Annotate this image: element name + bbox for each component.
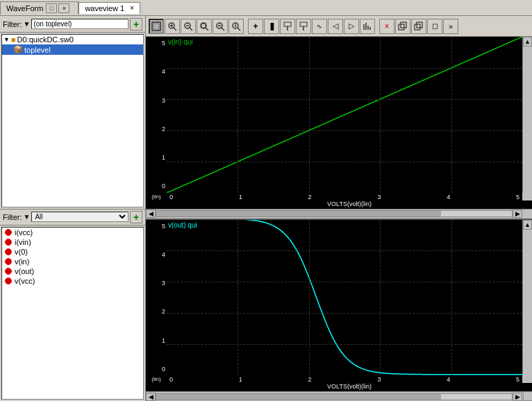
close-tab-icon[interactable]: × [130,4,134,12]
clone2-icon [414,22,424,31]
zoom-fit-all-btn[interactable] [197,19,212,34]
signal-ivcc[interactable]: i(vcc) [2,228,143,237]
svg-rect-19 [284,22,291,26]
zoom-y-btn[interactable] [228,19,244,34]
filter-top-input[interactable] [31,19,128,29]
xaxis-scroll-spacer-top [522,193,532,200]
filter-bottom-arrow[interactable]: ▼ [24,213,31,221]
vscroll-top-up[interactable]: ▲ [523,37,532,46]
vscroll-top-down[interactable]: ▼ [523,391,532,401]
hscroll-bot-thumb[interactable] [156,394,441,400]
grid-bot-h-60 [167,282,522,282]
signal-ivin[interactable]: i(vin) [2,237,143,247]
signal-label-v0: v(0) [15,248,28,256]
filter-top-arrow[interactable]: ▼ [24,20,31,28]
zoom-in-icon [167,22,177,31]
select-tool-btn[interactable] [149,19,164,34]
grid-bot-h-40 [167,313,522,314]
prev-signal-btn[interactable]: ◁ [328,19,343,34]
tree-expand-d0[interactable]: ▼ [3,36,10,43]
svg-rect-29 [415,24,420,30]
xtick-bot-5: 5 [516,376,519,383]
y-top-tick-1: 1 [147,154,165,161]
clone-btn[interactable] [395,19,410,34]
erase-btn[interactable]: ◻ [427,19,442,34]
tree-label-toplevel: toplevel [24,46,51,54]
hscroll-bottom[interactable]: ◀ ▶ [146,391,532,401]
svg-line-3 [174,28,176,31]
filter-bottom-label: Filter: [3,213,22,221]
lin-tag-bottom: (lin) [146,375,167,383]
grid-v-4 [451,37,452,193]
waveview-tab[interactable]: waveview 1 × [78,2,140,14]
svg-rect-27 [399,24,404,30]
filter-top-go-btn[interactable]: + [130,18,142,31]
marker-t2-btn[interactable] [296,19,311,34]
xtick-top-4: 4 [447,194,450,200]
signal-label-vvcc: v(vcc) [15,277,35,285]
signal-vvcc[interactable]: v(vcc) [2,276,143,286]
signal-vin[interactable]: v(in) [2,257,143,266]
svg-rect-28 [401,22,406,28]
waveform-tab[interactable]: WaveForm □ × [0,1,78,15]
zoom-x-icon [215,22,225,31]
next-signal-btn[interactable]: ▷ [344,19,359,34]
crosshair-btn[interactable]: + [248,19,263,34]
hscroll-bot-left[interactable]: ◀ [146,393,156,401]
signal-list: i(vcc) i(vin) v(0) v(in) v(out) v(vcc) [1,227,144,400]
xaxis-bot-ticks: 0 1 2 3 4 5 [167,375,522,383]
ruler-btn[interactable]: ▐▌ [264,19,279,34]
clone2-btn[interactable] [411,19,426,34]
close-waveform-btn[interactable]: × [58,3,69,13]
xtick-top-5: 5 [516,194,519,200]
zoom-x-btn[interactable] [213,19,228,34]
toplevel-icon: 📦 [13,45,23,54]
y-bot-tick-5: 5 [147,223,165,230]
filter-bottom-select[interactable]: All Voltage Current [31,212,128,222]
waveform-btn[interactable]: ∿ [312,19,327,34]
vscroll-bot-up[interactable]: ▲ [523,220,532,230]
signal-label-ivcc: i(vcc) [15,228,33,237]
grid-v-2 [309,37,310,193]
top-signal-label: v(in) qui [168,38,193,46]
signal-dot-v0 [5,248,12,255]
tree-item-d0[interactable]: ▼ ■ D0:quickDC.sw0 [2,35,143,44]
plot-area-bottom: v(out) qui [167,220,522,376]
marker-t1-btn[interactable] [280,19,295,34]
hscroll-bot-right[interactable]: ▶ [513,393,522,401]
delete-btn[interactable]: × [379,19,394,34]
xtick-top-1: 1 [239,194,242,200]
more-btn[interactable]: » [443,19,458,34]
fft-btn[interactable] [360,19,375,34]
restore-btn[interactable]: □ [46,3,57,13]
xtick-bot-1: 1 [239,376,242,383]
vscroll-top[interactable]: ▲ ▼ [522,37,532,193]
zoom-out-btn[interactable] [181,19,196,34]
hscroll-top[interactable]: ◀ ▶ [146,209,532,219]
hscroll-top-right[interactable]: ▶ [513,210,522,218]
signal-v0[interactable]: v(0) [2,247,143,257]
plot-area-top: v(in) qui [167,37,522,193]
svg-rect-21 [300,22,307,26]
vscroll-bottom[interactable]: ▲ [522,220,532,376]
tree-item-toplevel[interactable]: 📦 toplevel [2,44,143,55]
signal-dot-ivcc [5,229,12,236]
hscroll-top-left[interactable]: ◀ [146,210,156,218]
hscroll-bot-track[interactable] [156,393,513,400]
zoom-fit-icon [199,22,209,31]
xaxis-top-label-row: VOLTS(volt)(lin) [146,200,532,209]
hscroll-top-track[interactable] [156,210,513,217]
svg-line-13 [222,28,224,31]
xaxis-top-ticks-row: (lin) 0 1 2 3 4 5 [146,193,532,200]
grid-bot-h-80 [167,250,522,251]
svg-rect-11 [201,24,206,28]
signal-label-vout: v(out) [15,267,34,275]
zoom-in-btn[interactable] [165,19,180,34]
xaxis-bot-ticks-row: (lin) 0 1 2 3 4 5 [146,375,532,383]
signal-vout[interactable]: v(out) [2,266,143,276]
bottom-waveform-canvas [167,220,522,376]
xaxis-top-label: VOLTS(volt)(lin) [167,200,532,209]
xtick-bot-2: 2 [308,376,312,383]
hscroll-top-thumb[interactable] [156,211,441,216]
add-signal-btn[interactable]: + [130,211,142,223]
